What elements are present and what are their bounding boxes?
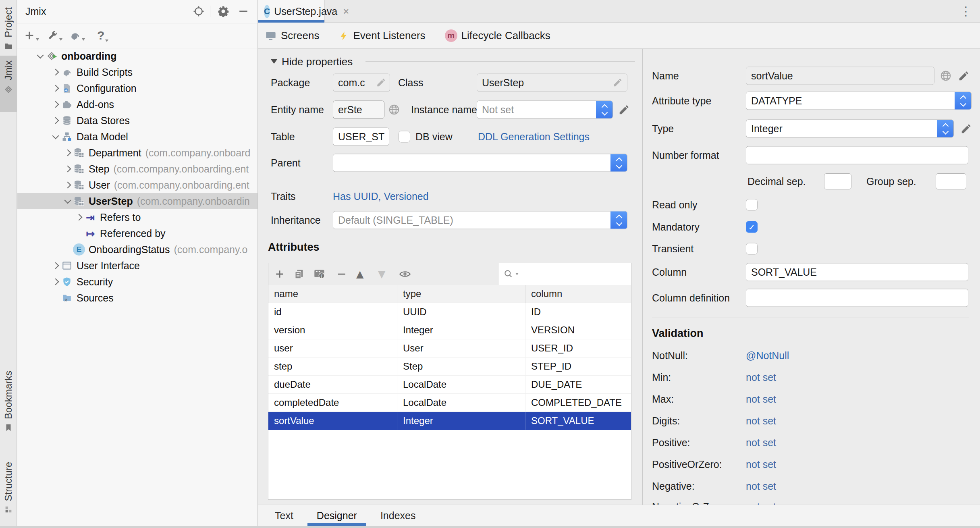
table-row[interactable]: stepStepSTEP_ID	[268, 358, 631, 376]
tree-item-configuration[interactable]: Configuration	[17, 80, 257, 96]
table-row[interactable]: userUserUSER_ID	[268, 339, 631, 358]
edit-pencil-icon[interactable]	[960, 123, 972, 135]
chevron-down-icon[interactable]	[50, 135, 61, 138]
tree-item-security[interactable]: Security	[17, 274, 257, 290]
eye-icon[interactable]	[399, 270, 411, 279]
column-header-name[interactable]: name	[268, 285, 397, 303]
tree-item-onboarding[interactable]: onboarding	[17, 48, 257, 64]
sidebar-item-jmix[interactable]: Jmix	[0, 60, 17, 95]
close-icon[interactable]: ×	[343, 5, 349, 18]
type-select[interactable]: Integer	[746, 120, 954, 138]
hide-icon[interactable]	[237, 5, 250, 18]
lifecycle-callbacks-button[interactable]: m Lifecycle Callbacks	[445, 29, 550, 42]
transient-checkbox[interactable]	[746, 243, 758, 255]
bottom-scrollbar-track[interactable]	[0, 526, 980, 528]
help-icon[interactable]: ?	[97, 29, 108, 42]
digits-value-link[interactable]: not set	[746, 415, 776, 427]
min-value-link[interactable]: not set	[746, 372, 776, 383]
collapse-triangle-icon[interactable]	[271, 59, 277, 64]
column-header-column[interactable]: column	[525, 285, 631, 303]
edit-pencil-icon[interactable]	[376, 77, 386, 88]
class-field[interactable]: UserStep	[477, 74, 627, 92]
notnull-value-link[interactable]: @NotNull	[746, 350, 789, 362]
tree-item-refers-to[interactable]: ⇥ Refers to	[17, 209, 257, 225]
table-field[interactable]: USER_ST	[333, 128, 389, 146]
ddl-generation-settings-link[interactable]: DDL Generation Settings	[478, 131, 590, 143]
sidebar-item-structure[interactable]: Structure	[0, 462, 17, 514]
tab-indexes[interactable]: Indexes	[371, 505, 425, 526]
gradle-icon[interactable]	[69, 30, 85, 41]
name-field[interactable]: sortValue	[746, 67, 934, 85]
chevron-right-icon[interactable]	[50, 70, 61, 75]
mandatory-checkbox[interactable]: ✓	[746, 221, 758, 233]
inheritance-select[interactable]: Default (SINGLE_TABLE)	[333, 211, 627, 229]
locate-icon[interactable]	[192, 5, 205, 18]
traits-value-link[interactable]: Has UUID, Versioned	[333, 191, 429, 202]
more-menu-icon[interactable]: ⋮	[960, 4, 972, 18]
instance-name-select[interactable]: Not set	[477, 101, 613, 119]
attributes-search-field[interactable]	[498, 263, 631, 285]
create-screen-field-icon[interactable]: f	[314, 268, 326, 280]
negative-value-link[interactable]: not set	[746, 480, 776, 492]
attribute-type-select[interactable]: DATATYPE	[746, 92, 972, 110]
table-row[interactable]: idUUIDID	[268, 303, 631, 321]
db-view-checkbox[interactable]	[399, 131, 410, 143]
tree-item-userstep[interactable]: UserStep (com.company.onboardin	[17, 193, 257, 209]
screens-button[interactable]: Screens	[265, 29, 319, 42]
stepper-icon[interactable]	[955, 92, 972, 110]
remove-attribute-icon[interactable]	[337, 269, 347, 279]
stepper-icon[interactable]	[610, 211, 627, 229]
positiveorzero-value-link[interactable]: not set	[746, 459, 776, 470]
column-definition-field[interactable]	[746, 289, 968, 307]
parent-select[interactable]	[333, 154, 627, 172]
tree-item-step[interactable]: Step (com.company.onboarding.ent	[17, 161, 257, 177]
chevron-right-icon[interactable]	[62, 166, 73, 171]
group-sep-field[interactable]	[936, 173, 966, 189]
chevron-right-icon[interactable]	[50, 118, 61, 123]
edit-pencil-icon[interactable]	[612, 77, 623, 88]
edit-pencil-icon[interactable]	[618, 104, 630, 116]
sidebar-item-bookmarks[interactable]: Bookmarks	[0, 371, 17, 432]
decimal-sep-field[interactable]	[824, 173, 851, 189]
tree-item-referenced-by[interactable]: ↦ Referenced by	[17, 225, 257, 241]
tree-item-add-ons[interactable]: Add-ons	[17, 96, 257, 112]
tree-item-data-model[interactable]: Data Model	[17, 129, 257, 145]
table-row-selected[interactable]: sortValueIntegerSORT_VALUE	[268, 412, 631, 430]
chevron-right-icon[interactable]	[50, 263, 61, 268]
chevron-down-icon[interactable]	[35, 54, 46, 58]
tab-userstep-java[interactable]: C UserStep.java ×	[258, 0, 325, 23]
chevron-right-icon[interactable]	[62, 183, 73, 187]
table-row[interactable]: versionIntegerVERSION	[268, 321, 631, 339]
table-row[interactable]: dueDateLocalDateDUE_DATE	[268, 376, 631, 394]
tab-designer[interactable]: Designer	[307, 505, 366, 526]
tree-item-department[interactable]: Department (com.company.onboard	[17, 145, 257, 161]
edit-pencil-icon[interactable]	[958, 70, 970, 82]
tree-item-onboardingstatus[interactable]: E OnboardingStatus (com.company.o	[17, 241, 257, 258]
tree-item-data-stores[interactable]: Data Stores	[17, 112, 257, 129]
event-listeners-button[interactable]: Event Listeners	[338, 29, 425, 42]
tree-item-sources[interactable]: Sources	[17, 290, 257, 306]
tree-item-user-interface[interactable]: User Interface	[17, 258, 257, 274]
package-field[interactable]: com.c	[333, 74, 390, 92]
entity-name-field[interactable]: erSte	[333, 101, 384, 119]
chevron-right-icon[interactable]	[50, 279, 61, 284]
hide-properties-toggle[interactable]: Hide properties	[282, 56, 353, 68]
sidebar-item-project[interactable]: Project	[0, 7, 17, 51]
chevron-right-icon[interactable]	[62, 150, 73, 155]
read-only-checkbox[interactable]	[746, 199, 758, 211]
add-icon[interactable]	[24, 30, 39, 41]
tree-item-user[interactable]: User (com.company.onboarding.ent	[17, 177, 257, 193]
max-value-link[interactable]: not set	[746, 393, 776, 405]
copy-attribute-icon[interactable]	[293, 268, 305, 280]
move-up-icon[interactable]: ▲	[356, 268, 363, 280]
gear-icon[interactable]	[217, 5, 230, 18]
table-row[interactable]: completedDateLocalDateCOMPLETED_DATE	[268, 394, 631, 412]
column-field[interactable]: SORT_VALUE	[746, 263, 968, 281]
stepper-icon[interactable]	[937, 120, 954, 138]
wrench-icon[interactable]	[47, 30, 62, 41]
chevron-right-icon[interactable]	[50, 102, 61, 107]
chevron-right-icon[interactable]	[74, 215, 84, 220]
tree-item-build-scripts[interactable]: Build Scripts	[17, 64, 257, 80]
move-down-icon[interactable]: ▼	[378, 268, 385, 280]
chevron-down-icon[interactable]	[62, 200, 73, 203]
